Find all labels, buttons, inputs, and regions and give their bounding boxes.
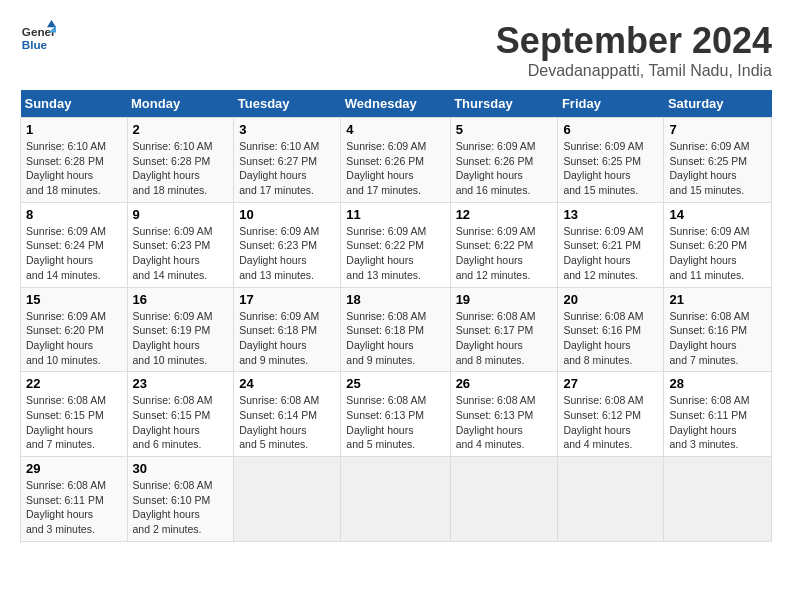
col-monday: Monday — [127, 90, 234, 118]
page-header: General Blue September 2024 Devadanappat… — [20, 20, 772, 80]
calendar-cell: 23 Sunrise: 6:08 AM Sunset: 6:15 PM Dayl… — [127, 372, 234, 457]
calendar-cell — [234, 457, 341, 542]
calendar-cell: 8 Sunrise: 6:09 AM Sunset: 6:24 PM Dayli… — [21, 202, 128, 287]
calendar-subtitle: Devadanappatti, Tamil Nadu, India — [496, 62, 772, 80]
day-info: Sunrise: 6:09 AM Sunset: 6:25 PM Dayligh… — [669, 139, 766, 198]
calendar-cell: 21 Sunrise: 6:08 AM Sunset: 6:16 PM Dayl… — [664, 287, 772, 372]
calendar-cell: 4 Sunrise: 6:09 AM Sunset: 6:26 PM Dayli… — [341, 118, 450, 203]
day-number: 9 — [133, 207, 229, 222]
svg-text:Blue: Blue — [22, 38, 48, 51]
day-info: Sunrise: 6:10 AM Sunset: 6:27 PM Dayligh… — [239, 139, 335, 198]
day-number: 6 — [563, 122, 658, 137]
day-info: Sunrise: 6:09 AM Sunset: 6:21 PM Dayligh… — [563, 224, 658, 283]
calendar-cell: 5 Sunrise: 6:09 AM Sunset: 6:26 PM Dayli… — [450, 118, 558, 203]
day-number: 25 — [346, 376, 444, 391]
logo-icon: General Blue — [20, 20, 56, 56]
calendar-cell: 30 Sunrise: 6:08 AM Sunset: 6:10 PM Dayl… — [127, 457, 234, 542]
day-number: 10 — [239, 207, 335, 222]
col-wednesday: Wednesday — [341, 90, 450, 118]
calendar-cell: 15 Sunrise: 6:09 AM Sunset: 6:20 PM Dayl… — [21, 287, 128, 372]
day-info: Sunrise: 6:09 AM Sunset: 6:20 PM Dayligh… — [669, 224, 766, 283]
col-tuesday: Tuesday — [234, 90, 341, 118]
day-number: 30 — [133, 461, 229, 476]
day-info: Sunrise: 6:08 AM Sunset: 6:16 PM Dayligh… — [669, 309, 766, 368]
calendar-cell: 7 Sunrise: 6:09 AM Sunset: 6:25 PM Dayli… — [664, 118, 772, 203]
day-info: Sunrise: 6:08 AM Sunset: 6:13 PM Dayligh… — [456, 393, 553, 452]
day-info: Sunrise: 6:09 AM Sunset: 6:18 PM Dayligh… — [239, 309, 335, 368]
col-saturday: Saturday — [664, 90, 772, 118]
day-number: 16 — [133, 292, 229, 307]
day-number: 2 — [133, 122, 229, 137]
day-number: 11 — [346, 207, 444, 222]
calendar-cell: 22 Sunrise: 6:08 AM Sunset: 6:15 PM Dayl… — [21, 372, 128, 457]
calendar-cell — [558, 457, 664, 542]
day-info: Sunrise: 6:08 AM Sunset: 6:13 PM Dayligh… — [346, 393, 444, 452]
col-friday: Friday — [558, 90, 664, 118]
day-number: 14 — [669, 207, 766, 222]
calendar-row: 1 Sunrise: 6:10 AM Sunset: 6:28 PM Dayli… — [21, 118, 772, 203]
day-info: Sunrise: 6:08 AM Sunset: 6:11 PM Dayligh… — [669, 393, 766, 452]
day-info: Sunrise: 6:09 AM Sunset: 6:19 PM Dayligh… — [133, 309, 229, 368]
day-info: Sunrise: 6:09 AM Sunset: 6:20 PM Dayligh… — [26, 309, 122, 368]
calendar-cell — [341, 457, 450, 542]
calendar-cell: 10 Sunrise: 6:09 AM Sunset: 6:23 PM Dayl… — [234, 202, 341, 287]
day-number: 26 — [456, 376, 553, 391]
col-thursday: Thursday — [450, 90, 558, 118]
logo: General Blue — [20, 20, 56, 56]
day-number: 28 — [669, 376, 766, 391]
day-info: Sunrise: 6:08 AM Sunset: 6:11 PM Dayligh… — [26, 478, 122, 537]
calendar-cell: 28 Sunrise: 6:08 AM Sunset: 6:11 PM Dayl… — [664, 372, 772, 457]
calendar-row: 29 Sunrise: 6:08 AM Sunset: 6:11 PM Dayl… — [21, 457, 772, 542]
day-info: Sunrise: 6:08 AM Sunset: 6:14 PM Dayligh… — [239, 393, 335, 452]
col-sunday: Sunday — [21, 90, 128, 118]
day-info: Sunrise: 6:08 AM Sunset: 6:15 PM Dayligh… — [133, 393, 229, 452]
svg-marker-2 — [47, 20, 56, 27]
calendar-cell: 25 Sunrise: 6:08 AM Sunset: 6:13 PM Dayl… — [341, 372, 450, 457]
day-number: 8 — [26, 207, 122, 222]
calendar-cell: 13 Sunrise: 6:09 AM Sunset: 6:21 PM Dayl… — [558, 202, 664, 287]
day-number: 4 — [346, 122, 444, 137]
day-number: 29 — [26, 461, 122, 476]
calendar-cell: 11 Sunrise: 6:09 AM Sunset: 6:22 PM Dayl… — [341, 202, 450, 287]
day-info: Sunrise: 6:08 AM Sunset: 6:10 PM Dayligh… — [133, 478, 229, 537]
day-info: Sunrise: 6:08 AM Sunset: 6:15 PM Dayligh… — [26, 393, 122, 452]
calendar-cell — [450, 457, 558, 542]
day-number: 24 — [239, 376, 335, 391]
day-number: 13 — [563, 207, 658, 222]
day-info: Sunrise: 6:10 AM Sunset: 6:28 PM Dayligh… — [133, 139, 229, 198]
title-area: September 2024 Devadanappatti, Tamil Nad… — [496, 20, 772, 80]
day-info: Sunrise: 6:08 AM Sunset: 6:17 PM Dayligh… — [456, 309, 553, 368]
day-number: 7 — [669, 122, 766, 137]
calendar-cell: 9 Sunrise: 6:09 AM Sunset: 6:23 PM Dayli… — [127, 202, 234, 287]
calendar-title: September 2024 — [496, 20, 772, 62]
calendar-table: Sunday Monday Tuesday Wednesday Thursday… — [20, 90, 772, 542]
calendar-cell: 19 Sunrise: 6:08 AM Sunset: 6:17 PM Dayl… — [450, 287, 558, 372]
day-number: 27 — [563, 376, 658, 391]
day-number: 12 — [456, 207, 553, 222]
header-row: Sunday Monday Tuesday Wednesday Thursday… — [21, 90, 772, 118]
day-info: Sunrise: 6:08 AM Sunset: 6:12 PM Dayligh… — [563, 393, 658, 452]
calendar-cell: 24 Sunrise: 6:08 AM Sunset: 6:14 PM Dayl… — [234, 372, 341, 457]
day-number: 23 — [133, 376, 229, 391]
calendar-cell — [664, 457, 772, 542]
day-number: 18 — [346, 292, 444, 307]
day-info: Sunrise: 6:09 AM Sunset: 6:22 PM Dayligh… — [456, 224, 553, 283]
day-info: Sunrise: 6:08 AM Sunset: 6:18 PM Dayligh… — [346, 309, 444, 368]
day-info: Sunrise: 6:09 AM Sunset: 6:26 PM Dayligh… — [346, 139, 444, 198]
calendar-row: 22 Sunrise: 6:08 AM Sunset: 6:15 PM Dayl… — [21, 372, 772, 457]
calendar-row: 15 Sunrise: 6:09 AM Sunset: 6:20 PM Dayl… — [21, 287, 772, 372]
calendar-cell: 16 Sunrise: 6:09 AM Sunset: 6:19 PM Dayl… — [127, 287, 234, 372]
calendar-row: 8 Sunrise: 6:09 AM Sunset: 6:24 PM Dayli… — [21, 202, 772, 287]
day-info: Sunrise: 6:09 AM Sunset: 6:23 PM Dayligh… — [239, 224, 335, 283]
calendar-cell: 1 Sunrise: 6:10 AM Sunset: 6:28 PM Dayli… — [21, 118, 128, 203]
calendar-cell: 27 Sunrise: 6:08 AM Sunset: 6:12 PM Dayl… — [558, 372, 664, 457]
calendar-cell: 2 Sunrise: 6:10 AM Sunset: 6:28 PM Dayli… — [127, 118, 234, 203]
calendar-cell: 12 Sunrise: 6:09 AM Sunset: 6:22 PM Dayl… — [450, 202, 558, 287]
calendar-cell: 3 Sunrise: 6:10 AM Sunset: 6:27 PM Dayli… — [234, 118, 341, 203]
day-number: 5 — [456, 122, 553, 137]
day-number: 21 — [669, 292, 766, 307]
calendar-cell: 6 Sunrise: 6:09 AM Sunset: 6:25 PM Dayli… — [558, 118, 664, 203]
day-number: 15 — [26, 292, 122, 307]
day-info: Sunrise: 6:08 AM Sunset: 6:16 PM Dayligh… — [563, 309, 658, 368]
day-info: Sunrise: 6:09 AM Sunset: 6:23 PM Dayligh… — [133, 224, 229, 283]
